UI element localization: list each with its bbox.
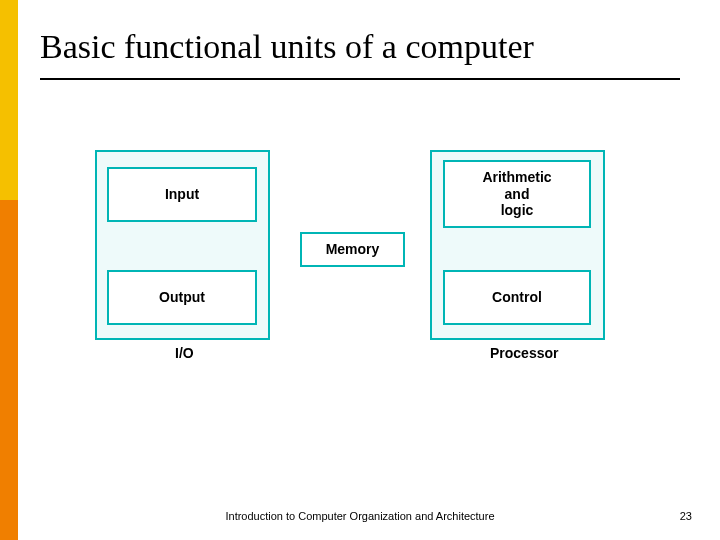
footer-text: Introduction to Computer Organization an… [0, 510, 720, 522]
output-label: Output [159, 289, 205, 306]
io-group-label: I/O [175, 345, 194, 361]
input-label: Input [165, 186, 199, 203]
page-number: 23 [680, 510, 692, 522]
control-box: Control [443, 270, 591, 325]
alu-box: Arithmetic and logic [443, 160, 591, 228]
control-label: Control [492, 289, 542, 306]
diagram: Input Output I/O Arithmetic and logic Co… [0, 0, 720, 540]
memory-box: Memory [300, 232, 405, 267]
memory-label: Memory [326, 241, 380, 258]
input-box: Input [107, 167, 257, 222]
processor-group-label: Processor [490, 345, 558, 361]
alu-label: Arithmetic and logic [482, 169, 551, 219]
output-box: Output [107, 270, 257, 325]
